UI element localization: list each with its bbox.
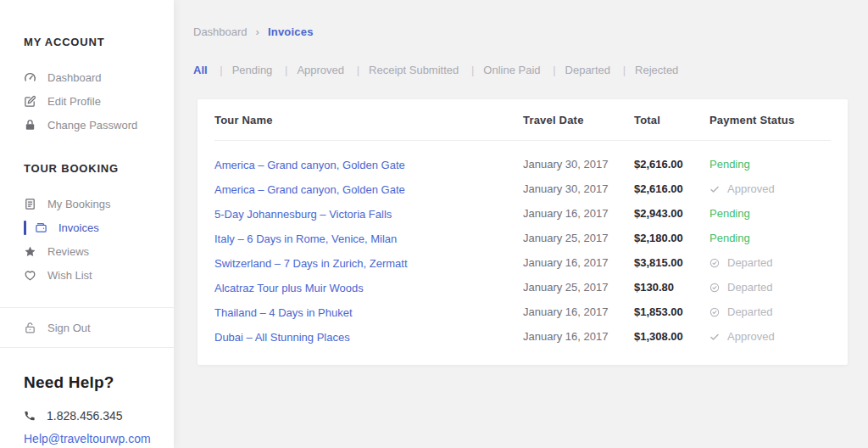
payment-status-label: Pending [709, 232, 750, 244]
tour-name-link[interactable]: Alcatraz Tour plus Muir Woods [214, 282, 364, 294]
payment-status-label: Departed [727, 305, 772, 318]
tour-name-link[interactable]: Switzerland – 7 Days in Zurich, Zermatt [214, 257, 408, 270]
invoice-row: Italy – 6 Days in Rome, Venice, Milan Ja… [214, 226, 831, 250]
chevron-right-icon: › [256, 25, 259, 38]
sidebar-item-label: My Bookings [47, 198, 110, 210]
filter-tab-label: Departed [565, 64, 610, 76]
total-cell: $1,853.00 [634, 305, 709, 318]
sidebar-item-label: Dashboard [47, 71, 102, 84]
sidebar-divider [0, 347, 174, 348]
breadcrumb-invoices: Invoices [268, 25, 314, 38]
tour-name-link[interactable]: Thailand – 4 Days in Phuket [214, 306, 353, 319]
need-help-section: Need Help? 1.828.456.345 Help@traveltour… [24, 373, 174, 446]
circle-check-icon [709, 307, 720, 317]
sidebar-item-my-bookings[interactable]: My Bookings [24, 192, 174, 216]
filter-tab-rejected[interactable]: Rejected [635, 64, 678, 76]
help-email-link[interactable]: Help@traveltourwp.com [24, 432, 151, 445]
status-filter-tabs: All Pending Approved Receipt Submitted O… [193, 64, 678, 76]
filter-tab-label: Pending [232, 64, 273, 76]
payment-status-label: Pending [709, 158, 750, 171]
payment-status-label: Departed [727, 256, 772, 269]
sidebar-item-change-password[interactable]: Change Password [24, 113, 174, 137]
total-cell: $2,616.00 [634, 182, 709, 195]
tour-name-link[interactable]: Italy – 6 Days in Rome, Venice, Milan [214, 232, 397, 245]
invoices-card: Tour Name Travel Date Total Payment Stat… [198, 99, 848, 365]
travel-date-cell: January 16, 2017 [523, 256, 634, 269]
column-travel-date: Travel Date [523, 114, 634, 126]
payment-status-cell: Departed [709, 281, 831, 294]
tour-name-link[interactable]: Dubai – All Stunning Places [214, 331, 350, 344]
invoice-row: America – Grand canyon, Golden Gate Janu… [214, 176, 831, 201]
tour-name-link[interactable]: 5-Day Johannesburg – Victoria Falls [214, 208, 392, 221]
travel-date-cell: January 16, 2017 [523, 207, 634, 220]
bookings-icon [24, 198, 36, 210]
payment-status-label: Approved [727, 182, 775, 195]
sidebar-item-label: Wish List [47, 269, 92, 282]
sidebar-item-invoices[interactable]: Invoices [24, 216, 174, 239]
filter-tab-receipt-submitted[interactable]: Receipt Submitted [369, 64, 483, 76]
invoice-row: America – Grand canyon, Golden Gate Janu… [214, 152, 831, 176]
circle-check-icon [709, 283, 720, 293]
sidebar-item-label: Edit Profile [47, 95, 101, 108]
breadcrumb: Dashboard › Invoices [193, 25, 314, 38]
column-total: Total [634, 114, 709, 126]
sidebar-item-label: Invoices [58, 221, 99, 234]
my-account-heading: MY ACCOUNT [24, 36, 174, 48]
star-icon [24, 245, 36, 258]
sidebar-item-dashboard[interactable]: Dashboard [24, 65, 174, 89]
filter-tab-label: Online Paid [483, 64, 540, 76]
edit-icon [24, 95, 36, 108]
sidebar-item-label: Reviews [47, 245, 89, 258]
payment-status-cell: Departed [709, 256, 831, 269]
unlock-icon [24, 322, 36, 334]
filter-tab-label: All [193, 64, 208, 76]
dashboard-icon [24, 71, 36, 84]
filter-tab-label: Approved [297, 64, 344, 76]
circle-check-icon [709, 258, 720, 268]
sidebar-item-edit-profile[interactable]: Edit Profile [24, 89, 174, 113]
filter-tab-pending[interactable]: Pending [232, 64, 298, 76]
travel-date-cell: January 25, 2017 [523, 281, 634, 294]
invoice-row: Thailand – 4 Days in Phuket January 16, … [214, 300, 831, 324]
total-cell: $1,308.00 [634, 330, 709, 343]
payment-status-cell: Pending [709, 158, 831, 171]
total-cell: $130.80 [634, 281, 709, 294]
breadcrumb-dashboard[interactable]: Dashboard [193, 25, 248, 38]
column-payment-status: Payment Status [709, 114, 831, 126]
need-help-heading: Need Help? [24, 373, 174, 392]
total-cell: $2,180.00 [634, 232, 709, 244]
total-cell: $3,815.00 [634, 256, 709, 269]
filter-tab-approved[interactable]: Approved [297, 64, 369, 76]
payment-status-label: Pending [709, 207, 750, 220]
tour-booking-nav: My Bookings Invoices Reviews Wish List [24, 192, 174, 287]
invoice-row: 5-Day Johannesburg – Victoria Falls Janu… [214, 201, 831, 226]
help-phone-row: 1.828.456.345 [24, 409, 174, 423]
heart-icon [24, 269, 36, 282]
payment-status-cell: Departed [709, 305, 831, 318]
travel-date-cell: January 25, 2017 [523, 232, 634, 244]
phone-icon [24, 410, 36, 422]
payment-status-cell: Approved [709, 330, 831, 343]
check-icon [709, 332, 720, 342]
help-phone-number: 1.828.456.345 [47, 409, 123, 423]
invoice-row: Switzerland – 7 Days in Zurich, Zermatt … [214, 250, 831, 275]
filter-tab-departed[interactable]: Departed [565, 64, 636, 76]
sidebar-item-reviews[interactable]: Reviews [24, 239, 174, 263]
travel-date-cell: January 16, 2017 [523, 330, 634, 343]
lock-icon [24, 119, 36, 132]
filter-tab-label: Receipt Submitted [369, 64, 459, 76]
payment-status-cell: Pending [709, 207, 831, 220]
column-tour-name: Tour Name [214, 114, 523, 126]
sidebar-item-wish-list[interactable]: Wish List [24, 263, 174, 287]
sign-out-label: Sign Out [47, 322, 91, 334]
payment-status-label: Approved [727, 330, 775, 343]
tour-name-link[interactable]: America – Grand canyon, Golden Gate [214, 159, 405, 171]
tour-booking-heading: TOUR BOOKING [24, 162, 174, 175]
sidebar-item-sign-out[interactable]: Sign Out [24, 308, 174, 347]
filter-tab-all[interactable]: All [193, 64, 232, 76]
my-account-nav: Dashboard Edit Profile Change Password [24, 65, 174, 137]
filter-tab-online-paid[interactable]: Online Paid [483, 64, 565, 76]
total-cell: $2,943.00 [634, 207, 709, 220]
wallet-icon [35, 221, 47, 234]
tour-name-link[interactable]: America – Grand canyon, Golden Gate [214, 183, 405, 196]
